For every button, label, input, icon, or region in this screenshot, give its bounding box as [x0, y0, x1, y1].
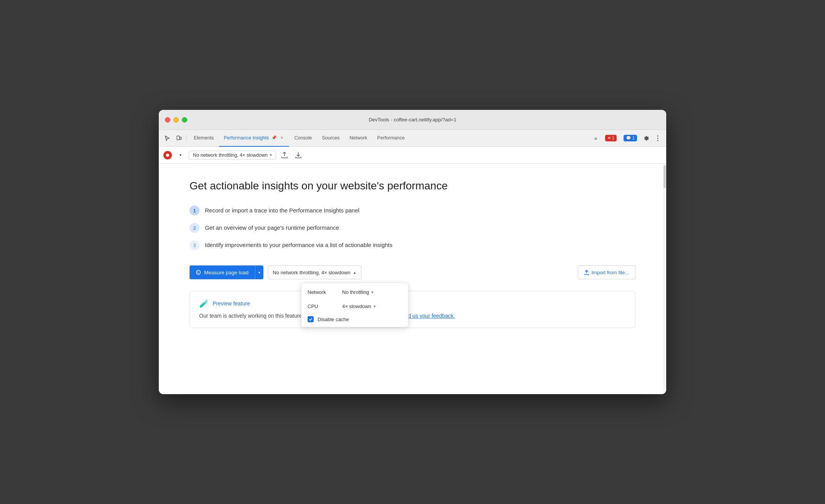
throttle-popup: Network No throttling ▾ CPU 4× slowdown …	[301, 283, 409, 327]
step-2-number: 2	[190, 223, 200, 233]
step-1: 1 Record or import a trace into the Perf…	[190, 205, 635, 216]
network-label: Network	[308, 289, 334, 295]
measure-dropdown-button[interactable]: ▾	[255, 265, 263, 279]
step-3: 3 Identify improvements to your performa…	[190, 240, 635, 250]
preview-label: Preview feature	[213, 300, 250, 307]
message-badge-button[interactable]: 💬 1	[620, 133, 640, 143]
panel-content: Get actionable insights on your website'…	[159, 164, 666, 394]
flask-icon: 🧪	[199, 299, 209, 308]
action-row: Measure page load ▾ No network throttlin…	[190, 265, 635, 279]
disable-cache-row: Disable cache	[308, 316, 402, 322]
up-arrow-icon: ▲	[353, 270, 357, 275]
window-title: DevTools - coffee-cart.netlify.app/?ad=1	[369, 117, 456, 123]
tab-performance-insights[interactable]: Performance insights 📌 ✕	[219, 130, 289, 147]
preview-feature-box: 🧪 Preview feature Our team is actively w…	[190, 291, 635, 328]
panel-toolbar: ▾ No network throttling, 4× slowdown ▾	[159, 147, 666, 164]
step-2-text: Get an overview of your page's runtime p…	[205, 224, 339, 232]
step-2: 2 Get an overview of your page's runtime…	[190, 222, 635, 233]
devtools-window: DevTools - coffee-cart.netlify.app/?ad=1…	[159, 110, 666, 394]
scrollbar[interactable]	[663, 164, 666, 394]
titlebar: DevTools - coffee-cart.netlify.app/?ad=1	[159, 110, 666, 130]
message-badge: 💬 1	[624, 135, 637, 141]
error-badge-button[interactable]: ✕ 1	[602, 133, 620, 143]
separator	[186, 134, 187, 142]
tab-performance[interactable]: Performance	[373, 130, 409, 147]
cursor-icon[interactable]	[162, 133, 173, 144]
tab-elements[interactable]: Elements	[189, 130, 218, 147]
preview-text: Our team is actively working on this fea…	[199, 312, 626, 320]
settings-button[interactable]	[641, 133, 652, 144]
disable-cache-checkbox[interactable]	[308, 316, 314, 322]
steps-list: 1 Record or import a trace into the Perf…	[190, 205, 635, 250]
measure-btn-group: Measure page load ▾	[190, 265, 263, 279]
network-select[interactable]: No throttling ▾	[339, 288, 376, 297]
tab-toolbar: Elements Performance insights 📌 ✕ Consol…	[159, 130, 666, 147]
error-badge: ✕ 1	[605, 135, 617, 141]
network-chevron-icon: ▾	[371, 290, 373, 294]
throttle-dropdown-button[interactable]: No network throttling, 4× slowdown ▲	[268, 265, 362, 279]
import-button[interactable]	[293, 150, 304, 161]
network-row: Network No throttling ▾	[308, 288, 402, 297]
step-3-text: Identify improvements to your performanc…	[205, 241, 393, 250]
minimize-button[interactable]	[173, 117, 179, 123]
preview-header: 🧪 Preview feature	[199, 299, 626, 308]
cpu-row: CPU 4× slowdown ▾	[308, 302, 402, 311]
svg-point-4	[657, 140, 659, 141]
svg-rect-1	[180, 137, 181, 139]
more-options-button[interactable]	[652, 133, 663, 144]
pin-icon: 📌	[271, 135, 277, 140]
hero-title: Get actionable insights on your website'…	[190, 179, 635, 193]
step-1-text: Record or import a trace into the Perfor…	[205, 206, 359, 215]
step-1-number: 1	[190, 206, 200, 216]
tab-close-button[interactable]: ✕	[279, 135, 284, 141]
measure-page-load-button[interactable]: Measure page load	[190, 265, 255, 279]
cpu-chevron-icon: ▾	[374, 304, 376, 308]
throttle-select-toolbar[interactable]: No network throttling, 4× slowdown ▾	[189, 151, 276, 160]
export-button[interactable]	[279, 150, 290, 161]
maximize-button[interactable]	[182, 117, 187, 123]
close-button[interactable]	[165, 117, 170, 123]
dropdown-arrow-icon: ▾	[270, 153, 272, 157]
scrollbar-thumb[interactable]	[664, 165, 666, 188]
svg-point-5	[166, 154, 169, 157]
tab-network[interactable]: Network	[345, 130, 372, 147]
tab-console[interactable]: Console	[290, 130, 317, 147]
record-dropdown-button[interactable]: ▾	[175, 150, 186, 161]
svg-rect-0	[177, 136, 180, 140]
import-from-file-button[interactable]: Import from file...	[578, 265, 635, 279]
dropdown-chevron-icon: ▾	[258, 270, 260, 275]
svg-point-3	[657, 138, 659, 139]
device-icon[interactable]	[173, 133, 184, 144]
step-3-number: 3	[190, 240, 200, 250]
cpu-label: CPU	[308, 303, 334, 309]
tab-sources[interactable]: Sources	[317, 130, 344, 147]
traffic-lights	[165, 117, 187, 123]
svg-point-2	[657, 135, 659, 136]
record-button[interactable]	[163, 151, 172, 159]
more-tabs-button[interactable]: »	[590, 133, 601, 144]
cpu-select[interactable]: 4× slowdown ▾	[339, 302, 379, 311]
disable-cache-label: Disable cache	[318, 317, 349, 322]
